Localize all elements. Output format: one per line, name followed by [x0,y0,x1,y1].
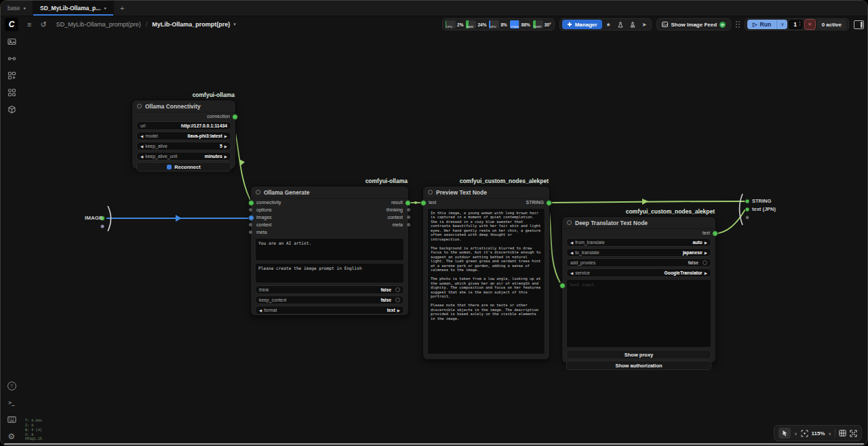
node-header[interactable]: Ollama Generate [251,186,408,199]
system-prompt-textarea[interactable]: You are an AI artist. [255,238,404,261]
node-source-badge: comfyui-ollama [193,92,235,98]
arrow-left-icon: ◀ [570,241,573,245]
input-dot[interactable] [249,230,252,234]
arrow-left-icon: ◀ [570,271,573,275]
slot-row: meta [251,228,408,236]
output-dot[interactable] [546,200,552,206]
slot-row: images context [251,214,408,221]
slot-row: options thinking [251,206,408,214]
widget-format[interactable]: ◀ format text ▶ [255,306,404,315]
chevron-down-icon[interactable]: ∨ [829,431,831,436]
comfyui-app: base ● SD_MyLib-Ollama_p... ● + C ≡ ↺ SD… [0,0,868,446]
output-slot-connection: connection [132,113,235,120]
jpn-marker-label[interactable]: text (JPN) [752,206,776,212]
window-bottom-edge [4,443,864,445]
output-dot[interactable] [712,230,718,237]
fullscreen-icon[interactable] [850,430,857,437]
node-source-badge: comfyui_custom_nodes_alekpet [460,178,549,184]
chevron-down-icon[interactable]: ∨ [794,431,797,436]
node-header[interactable]: Deep Translator Text Node [562,217,715,229]
input-dot[interactable] [420,200,427,206]
toggle-icon[interactable] [395,287,400,292]
arrow-right-icon: ▶ [397,308,400,312]
node-header[interactable]: Preview Text Node [423,186,549,199]
node-ollama-generate[interactable]: comfyui-ollama Ollama Generate connectiv… [250,186,409,316]
slot-row: text STRING [423,199,549,206]
slot-row: context meta [251,221,408,228]
node-title: Ollama Generate [264,189,310,196]
output-dot[interactable] [232,114,238,120]
zoom-level-value[interactable]: 115% [812,430,825,437]
collapse-dot-icon[interactable] [137,104,142,108]
user-prompt-textarea[interactable]: Please create the image prompt in Englis… [255,263,404,283]
arrow-left-icon: ◀ [140,144,143,148]
canvas-toolbar: ∨ 115% ∨ [774,425,862,441]
widget-url[interactable]: url http://127.0.0.1:11434 [136,121,231,130]
select-tool-button[interactable] [778,428,791,439]
string-marker-label[interactable]: STRING [752,198,771,204]
perf-stats: T: 0.00s I: 0 N: 4 [4] V: 8 FPS@1.25 [25,418,42,441]
output-dot[interactable] [407,208,410,211]
reconnect-button[interactable]: Reconnect [136,162,231,171]
node-preview-text[interactable]: comfyui_custom_nodes_alekpet Preview Tex… [422,186,550,360]
graph-canvas[interactable]: IMAGE STRING text (JPN) comfyui-ollama O… [1,1,867,445]
arrow-right-icon: ▶ [705,251,707,255]
show-authorization-button[interactable]: Show authorization [566,361,711,370]
arrow-right-icon: ▶ [705,241,707,245]
output-dot[interactable] [405,200,411,206]
toggle-icon[interactable] [703,260,707,265]
widget-add-proxies[interactable]: add_proxies false [566,258,711,267]
node-deep-translator[interactable]: comfyui_custom_nodes_alekpet Deep Transl… [561,216,716,363]
widget-keep-alive[interactable]: ◀ keep_alive 5 ▶ [136,142,231,150]
widget-from-translate[interactable]: ◀ from_translate auto ▶ [566,238,711,247]
toggle-icon[interactable] [395,298,400,302]
node-source-badge: comfyui_custom_nodes_alekpet [626,208,715,215]
input-dot[interactable] [248,200,254,206]
widget-model[interactable]: ◀ model llava-phi3:latest ▶ [136,131,231,140]
input-dot-text[interactable] [559,283,566,289]
output-dot[interactable] [407,216,410,219]
arrow-right-icon: ▶ [224,155,227,159]
arrow-right-icon: ▶ [705,271,707,275]
input-dot[interactable] [249,208,252,211]
node-title: Ollama Connectivity [145,103,201,110]
reconnect-icon [167,165,172,169]
node-ollama-connectivity[interactable]: comfyui-ollama Ollama Connectivity conne… [132,100,236,169]
node-title: Deep Translator Text Node [575,220,648,226]
minimap-icon[interactable] [839,430,846,437]
node-header[interactable]: Ollama Connectivity [132,100,235,113]
show-proxy-button[interactable]: Show proxy [566,350,711,359]
arrow-right-icon: ▶ [224,134,227,138]
input-dot[interactable] [249,223,252,226]
arrow-right-icon: ▶ [224,144,227,148]
arrow-left-icon: ◀ [140,134,143,138]
collapse-dot-icon[interactable] [428,190,433,195]
preview-text-body[interactable]: In this image, a young woman with long b… [427,208,545,354]
arrow-left-icon: ◀ [570,251,573,255]
output-dot[interactable] [407,223,410,226]
slot-row: connectivity result [251,199,408,206]
widget-service[interactable]: ◀ service GoogleTranslator ▶ [566,268,711,277]
input-dot[interactable] [248,215,254,221]
arrow-left-icon: ◀ [259,308,262,312]
cursor-icon [782,430,788,437]
widget-keep-context[interactable]: keep_context false [255,296,404,304]
widget-think[interactable]: think false [255,285,404,294]
collapse-dot-icon[interactable] [256,190,260,195]
node-title: Preview Text Node [436,189,487,196]
image-marker-label[interactable]: IMAGE [85,215,102,221]
translate-textarea[interactable]: text input [566,279,711,348]
widget-to-translate[interactable]: ◀ to_translate japanese ▶ [566,248,711,257]
output-slot-text: text [562,229,715,237]
fit-view-icon[interactable] [801,430,808,437]
arrow-left-icon: ◀ [140,155,143,159]
widget-keep-alive-unit[interactable]: ◀ keep_alive_unit minutes ▶ [136,152,231,161]
node-source-badge: comfyui-ollama [366,178,408,184]
collapse-dot-icon[interactable] [567,220,572,225]
